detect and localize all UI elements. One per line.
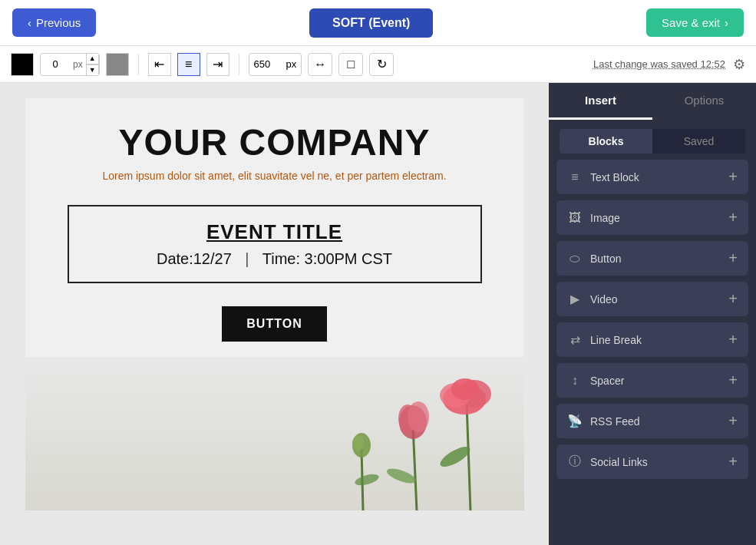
tab-blocks[interactable]: Blocks [560,129,652,154]
tab-insert[interactable]: Insert [549,83,652,120]
toolbar-right: Last change was saved 12:52 ⚙ [593,56,745,73]
align-left-button[interactable]: ⇤ [148,53,171,76]
block-item-spacer[interactable]: ↕ Spacer + [556,363,748,398]
px-label: px [70,59,86,70]
rss-block-label: RSS Feed [590,415,640,428]
add-text-block-button[interactable]: + [728,168,738,186]
add-video-block-button[interactable]: + [728,290,738,308]
panel-tabs: Insert Options [549,83,756,120]
tab-options[interactable]: Options [652,83,756,120]
main-area: YOUR COMPANY Lorem ipsum dolor sit amet,… [0,83,756,545]
button-block-icon: ⬭ [567,252,583,266]
social-block-label: Social Links [590,456,648,468]
event-separator: | [245,250,249,267]
video-block-label: Video [590,293,618,306]
padding-input-group: 0 px ▲ ▼ [40,53,100,76]
line-break-block-label: Line Break [590,334,642,346]
company-section: YOUR COMPANY Lorem ipsum dolor sit amet,… [25,98,524,197]
divider-1 [138,54,139,75]
event-title-button[interactable]: SOFT (Event) [309,8,433,38]
flowers-bg [25,357,524,510]
flowers-section [25,357,524,510]
divider-2 [239,54,239,75]
email-cta-button[interactable]: BUTTON [222,306,326,342]
settings-button[interactable]: ⚙ [733,56,745,73]
width-input-group: 650 px [249,53,302,76]
block-item-line-break[interactable]: ⇄ Line Break + [556,322,748,357]
stepper-down[interactable]: ▼ [86,64,99,76]
text-block-label: Text Block [590,171,639,183]
button-block-label: Button [590,253,621,265]
canvas-area: YOUR COMPANY Lorem ipsum dolor sit amet,… [0,83,549,545]
last-saved-label: Last change was saved 12:52 [593,58,725,70]
stepper-arrows[interactable]: ▲ ▼ [86,53,99,76]
width-px-label: px [286,58,297,70]
chevron-right-icon: › [725,16,728,29]
stepper-up[interactable]: ▲ [86,53,99,64]
block-item-text[interactable]: ≡ Text Block + [556,160,748,194]
block-item-image[interactable]: 🖼 Image + [556,200,748,235]
add-rss-block-button[interactable]: + [728,412,738,430]
square-icon-button[interactable]: □ [338,53,363,76]
video-block-icon: ▶ [567,292,583,306]
svg-point-4 [451,378,479,400]
social-block-icon: ⓘ [567,454,583,470]
spacer-block-icon: ↕ [567,374,583,388]
reset-button[interactable]: ↻ [369,53,394,76]
svg-line-0 [467,403,470,510]
svg-point-8 [408,401,429,432]
text-block-icon: ≡ [567,170,583,184]
event-details: Date:12/27 | Time: 3:00PM CST [100,250,450,268]
add-button-block-button[interactable]: + [728,249,738,267]
block-item-rss[interactable]: 📡 RSS Feed + [556,404,748,438]
color-swatch[interactable] [11,53,34,76]
add-social-block-button[interactable]: + [728,453,738,471]
svg-point-11 [352,435,365,451]
svg-point-14 [353,472,379,487]
company-title: YOUR COMPANY [41,121,509,164]
add-line-break-block-button[interactable]: + [728,331,738,348]
button-section: BUTTON [25,291,524,357]
width-input[interactable]: 650 [254,58,283,70]
align-center-button[interactable]: ≡ [177,53,200,76]
swap-icon-button[interactable]: ↔ [308,53,332,76]
event-title: EVENT TITLE [100,220,450,244]
block-item-button[interactable]: ⬭ Button + [556,241,748,276]
block-item-social[interactable]: ⓘ Social Links + [556,444,748,479]
right-panel: Insert Options Blocks Saved ≡ Text Block… [549,83,756,545]
event-box: EVENT TITLE Date:12/27 | Time: 3:00PM CS… [68,205,482,283]
blocks-saved-tabs: Blocks Saved [560,129,745,154]
align-right-button[interactable]: ⇥ [206,53,229,76]
company-subtitle: Lorem ipsum dolor sit amet, elit suavita… [41,170,509,182]
image-block-icon: 🖼 [567,211,583,225]
add-spacer-block-button[interactable]: + [728,372,738,389]
previous-button[interactable]: ‹ Previous [12,8,96,37]
flowers-decoration [248,357,509,510]
email-canvas: YOUR COMPANY Lorem ipsum dolor sit amet,… [25,98,524,510]
padding-input[interactable]: 0 [41,57,70,71]
rss-block-icon: 📡 [567,414,583,428]
spacer-block-label: Spacer [590,375,624,387]
line-break-block-icon: ⇄ [567,332,583,347]
chevron-left-icon: ‹ [28,16,31,29]
svg-point-13 [385,466,417,487]
save-exit-button[interactable]: Save & exit › [646,8,744,37]
event-date: Date:12/27 [157,250,232,267]
block-item-video[interactable]: ▶ Video + [556,282,748,316]
blocks-list: ≡ Text Block + 🖼 Image + ⬭ Button + [549,160,756,545]
tab-saved[interactable]: Saved [652,129,745,154]
image-block-label: Image [590,212,620,224]
toolbar: 0 px ▲ ▼ ⇤ ≡ ⇥ 650 px ↔ □ ↻ Last change … [0,46,756,83]
event-time: Time: 3:00PM CST [262,250,392,267]
bg-color-swatch[interactable] [106,53,129,76]
event-section: EVENT TITLE Date:12/27 | Time: 3:00PM CS… [25,197,524,291]
add-image-block-button[interactable]: + [728,209,738,226]
top-bar: ‹ Previous SOFT (Event) Save & exit › [0,0,756,46]
